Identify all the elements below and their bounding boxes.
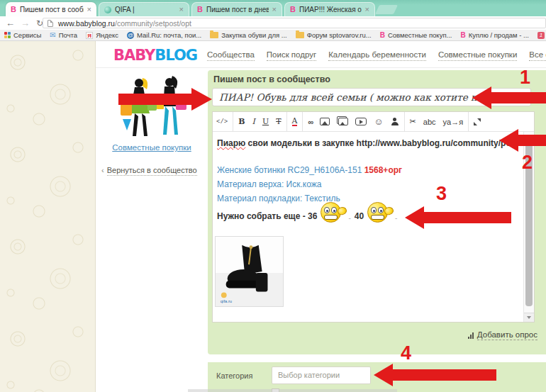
bookmark-mail[interactable]: ✉ Почта bbox=[50, 31, 77, 39]
html-source-button[interactable]: </> bbox=[213, 112, 231, 132]
nav-communities[interactable]: Сообщества bbox=[207, 50, 255, 61]
tab-qifa[interactable]: QIFA | × bbox=[99, 2, 189, 16]
translit-button[interactable]: ya→я bbox=[440, 112, 467, 132]
intro-line: Пиарю свои модельки в закупке http://www… bbox=[217, 138, 546, 148]
bookmark-online-store[interactable]: 1 Интернет магазин ... bbox=[537, 31, 546, 39]
svg-text:qifa.ru: qifa.ru bbox=[221, 299, 232, 303]
screenshot-root: B Пишем пост в сообщест × QIFA | × B Пиш… bbox=[0, 0, 546, 392]
url-field[interactable]: www.babyblog.ru/community/setpost/opt bbox=[43, 18, 546, 28]
url-path: /community/setpost/opt bbox=[115, 19, 191, 28]
logo-blog: BLOG bbox=[155, 47, 197, 64]
annotation-number-2: 2 bbox=[522, 152, 533, 174]
material-top-line: Материал верха: Иск.кожа bbox=[217, 179, 321, 189]
gallery-icon bbox=[338, 118, 348, 125]
bookmarks-bar: Сервисы ✉ Почта Я Яндекс @ Mail.Ru: почт… bbox=[0, 30, 546, 41]
page-icon bbox=[48, 20, 53, 27]
close-icon[interactable]: × bbox=[365, 6, 369, 13]
waving-smiley-emoticon bbox=[367, 201, 391, 225]
babyblog-favicon: B bbox=[11, 6, 16, 13]
insert-image-button[interactable] bbox=[316, 112, 333, 132]
link-icon[interactable]: ∞ bbox=[304, 112, 316, 132]
nav-all-services[interactable]: Все сервисы bbox=[529, 50, 546, 61]
bold-button[interactable]: B bbox=[235, 112, 248, 132]
need-text: Нужно собрать еще - 36 bbox=[217, 211, 317, 221]
emoticon-button[interactable]: ☺ bbox=[370, 112, 386, 132]
new-tab-button[interactable] bbox=[375, 5, 398, 14]
annotation-number-3: 3 bbox=[436, 183, 447, 205]
product-price: 1568+орг bbox=[364, 165, 402, 175]
annotation-number-4: 4 bbox=[401, 342, 411, 364]
arrow-down-icon bbox=[527, 316, 531, 319]
bookmark-label: Яндекс bbox=[96, 31, 118, 39]
forward-icon[interactable]: → bbox=[21, 18, 30, 28]
close-icon[interactable]: × bbox=[179, 6, 184, 13]
tab-piar-womens-shoes[interactable]: B ПИАР!!! Женская обувь × bbox=[284, 2, 375, 16]
site-header: BABYBLOG Сообщества Поиск подруг Календа… bbox=[96, 41, 546, 68]
back-icon[interactable]: ← bbox=[6, 18, 15, 28]
text-color-button[interactable]: A bbox=[292, 117, 298, 126]
bookmark-label: Куплю / продам - ... bbox=[469, 31, 529, 39]
envelope-icon: ✉ bbox=[50, 32, 55, 39]
category-select[interactable]: Выбор категории bbox=[272, 366, 371, 384]
scroll-down-button[interactable] bbox=[524, 313, 534, 322]
browser-address-bar: ← → ↻ www.babyblog.ru/community/setpost/… bbox=[0, 16, 546, 30]
community-name-link[interactable]: Совместные покупки bbox=[96, 143, 208, 152]
url-domain: www.babyblog.ru bbox=[58, 19, 115, 28]
toolbar-separator bbox=[404, 112, 405, 132]
nav-pregnancy-calendar[interactable]: Календарь беременности bbox=[328, 50, 426, 61]
toolbar-separator bbox=[233, 112, 233, 132]
insert-gallery-button[interactable] bbox=[333, 112, 352, 132]
decorative-pattern-background bbox=[0, 41, 96, 392]
editor-toolbar: </> B I U T A ∞ ☺ ✂ abc ya→я bbox=[213, 112, 534, 132]
resize-handle: - bbox=[348, 214, 350, 222]
need-to-collect-line: Нужно собрать еще - 36 - 40 - bbox=[217, 198, 397, 228]
chevron-left-icon: ‹ bbox=[101, 166, 104, 174]
misspelled-word: Пиарю bbox=[217, 138, 245, 148]
logo-baby: BABY bbox=[113, 47, 155, 64]
babyblog-logo[interactable]: BABYBLOG bbox=[113, 47, 197, 64]
close-icon[interactable]: × bbox=[87, 6, 91, 13]
tab-title: ПИАР!!! Женская обувь bbox=[299, 6, 362, 13]
italic-button[interactable]: I bbox=[249, 112, 259, 132]
category-label: Категория bbox=[216, 371, 252, 380]
resize-handle: - bbox=[395, 214, 397, 222]
strikethrough-button[interactable]: T bbox=[272, 112, 284, 132]
tab-write-diary-post[interactable]: B Пишем пост в дневник × bbox=[191, 2, 282, 16]
bottom-edge-strip bbox=[188, 389, 397, 392]
bookmark-buy-sell[interactable]: B Куплю / продам - ... bbox=[460, 31, 528, 39]
toolbar-separator bbox=[286, 112, 287, 132]
bookmark-mailru[interactable]: @ Mail.Ru: почта, пои... bbox=[127, 31, 201, 39]
underline-button[interactable]: U bbox=[259, 112, 272, 132]
fullscreen-button[interactable] bbox=[470, 112, 484, 132]
user-icon bbox=[391, 118, 399, 125]
add-poll-link[interactable]: Добавить опрос bbox=[468, 330, 537, 340]
editor-content[interactable]: Пиарю свои модельки в закупке http://www… bbox=[213, 133, 523, 322]
bookmark-label: Сервисы bbox=[13, 31, 41, 39]
shop-icon: 1 bbox=[537, 32, 545, 39]
bookmark-yandex[interactable]: Я Яндекс bbox=[86, 31, 118, 39]
bookmark-services[interactable]: Сервисы bbox=[4, 31, 41, 39]
site-nav: Сообщества Поиск подруг Календарь береме… bbox=[207, 50, 546, 61]
insert-video-button[interactable] bbox=[352, 112, 370, 132]
bookmark-folder-shoes[interactable]: Закупка обуви для ... bbox=[210, 31, 287, 39]
tab-write-community-post[interactable]: B Пишем пост в сообщест × bbox=[6, 2, 96, 16]
product-name: Женские ботинки RC29_H6106A-151 bbox=[217, 165, 364, 175]
image-icon bbox=[320, 118, 330, 125]
bookmark-joint-purchases[interactable]: B Совместные покуп... bbox=[380, 31, 452, 39]
tab-title: Пишем пост в сообщест bbox=[20, 6, 84, 13]
cut-button[interactable]: ✂ bbox=[406, 112, 420, 132]
bookmark-label: Почта bbox=[59, 31, 77, 39]
spellcheck-button[interactable]: abc bbox=[420, 112, 440, 132]
back-to-community-link[interactable]: ‹Вернуться в сообщество bbox=[101, 166, 208, 174]
bookmark-folder-forum[interactable]: Форум sptovarov.ru... bbox=[296, 31, 372, 39]
poll-chart-icon bbox=[468, 332, 474, 340]
bookmark-label: Mail.Ru: почта, пои... bbox=[137, 31, 201, 39]
close-icon[interactable]: × bbox=[272, 6, 277, 13]
babyblog-icon: B bbox=[380, 32, 385, 39]
community-sidebar: Совместные покупки ‹Вернуться в сообщест… bbox=[96, 68, 208, 392]
nav-find-friends[interactable]: Поиск подруг bbox=[267, 50, 316, 61]
mention-user-button[interactable] bbox=[387, 112, 403, 132]
nav-joint-purchases[interactable]: Совместные покупки bbox=[438, 50, 517, 61]
tab-title: QIFA | bbox=[115, 6, 176, 13]
waving-smiley-emoticon bbox=[321, 201, 345, 225]
